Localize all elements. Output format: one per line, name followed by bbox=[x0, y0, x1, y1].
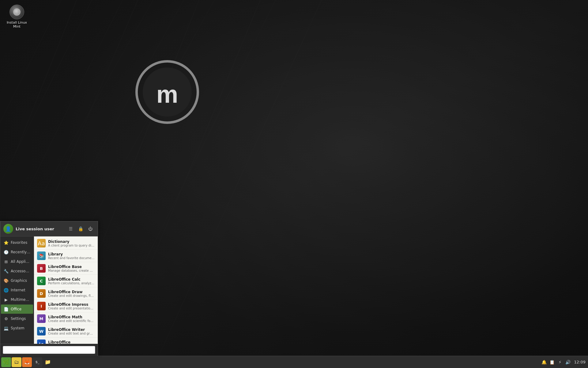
sidebar-item-multimedia[interactable]: ▶ Multimedia bbox=[1, 295, 33, 304]
app-libreoffice[interactable]: Lo LibreOffice The office productivity s… bbox=[34, 338, 98, 344]
libreoffice-impress-icon: I bbox=[37, 302, 46, 310]
volume-tray-icon[interactable]: 🔊 bbox=[565, 359, 571, 365]
clock: 12:09 bbox=[574, 360, 586, 364]
library-text: Library Recent and favorite documents bbox=[48, 252, 95, 260]
app-library[interactable]: 📚 Library Recent and favorite documents bbox=[34, 250, 98, 262]
accessories-label: Accessories bbox=[11, 269, 31, 273]
favorites-icon: ⭐ bbox=[3, 240, 9, 245]
favorites-label: Favorites bbox=[11, 240, 27, 245]
settings-label: Settings bbox=[11, 316, 26, 321]
libreoffice-math-desc: Create and edit scientific formulas and … bbox=[48, 319, 95, 323]
app-libreoffice-writer[interactable]: W LibreOffice Writer Create and edit tex… bbox=[34, 325, 98, 338]
svg-text:m: m bbox=[156, 81, 178, 108]
dictionary-icon: Aa bbox=[37, 239, 46, 247]
sidebar-item-recently-used[interactable]: 🕐 Recently Used bbox=[1, 247, 33, 257]
libreoffice-calc-name: LibreOffice Calc bbox=[48, 277, 95, 282]
dictionary-name: Dictionary bbox=[48, 240, 95, 244]
libreoffice-base-icon: B bbox=[37, 264, 46, 273]
libreoffice-math-name: LibreOffice Math bbox=[48, 315, 95, 319]
user-avatar: 👤 bbox=[3, 224, 13, 234]
search-input[interactable] bbox=[3, 346, 95, 354]
internet-icon: 🌐 bbox=[3, 287, 9, 293]
libreoffice-math-icon: M bbox=[37, 314, 46, 323]
notifications-tray-icon[interactable]: 🔔 bbox=[541, 359, 547, 365]
files-icon: 🗂 bbox=[14, 359, 19, 365]
disk-icon bbox=[9, 5, 24, 19]
libreoffice-base-text: LibreOffice Base Manage databases, creat… bbox=[48, 265, 95, 272]
start-menu-button[interactable]: 🌿 bbox=[1, 357, 11, 367]
sidebar-item-office[interactable]: 📄 Office bbox=[1, 305, 33, 314]
sidebar-item-favorites[interactable]: ⭐ Favorites bbox=[1, 238, 33, 247]
menu-header: 👤 Live session user ☰ 🔒 ⏻ bbox=[0, 221, 98, 236]
system-icon: 💻 bbox=[3, 325, 9, 331]
graphics-icon: 🎨 bbox=[3, 278, 9, 283]
office-label: Office bbox=[11, 307, 21, 311]
libreoffice-writer-icon: W bbox=[37, 327, 46, 335]
libreoffice-impress-desc: Create and edit presentations for slide.… bbox=[48, 307, 95, 310]
home-folder-button[interactable]: 📁 bbox=[43, 357, 53, 367]
sidebar-item-graphics[interactable]: 🎨 Graphics bbox=[1, 276, 33, 285]
file-manager-button[interactable]: ☰ bbox=[66, 224, 75, 233]
mint-logo: m bbox=[134, 58, 201, 126]
library-icon: 📚 bbox=[37, 251, 46, 260]
libreoffice-impress-name: LibreOffice Impress bbox=[48, 302, 95, 307]
system-label: System bbox=[11, 326, 24, 330]
app-libreoffice-math[interactable]: M LibreOffice Math Create and edit scien… bbox=[34, 312, 98, 325]
mint-logo-icon: 🌿 bbox=[3, 359, 9, 365]
sidebar-item-accessories[interactable]: 🔧 Accessories bbox=[1, 266, 33, 276]
firefox-button[interactable]: 🦊 bbox=[22, 357, 32, 367]
accessories-icon: 🔧 bbox=[3, 268, 9, 274]
multimedia-icon: ▶ bbox=[3, 297, 9, 302]
taskbar-left: 🌿 🗂 🦊 $_ 📁 bbox=[0, 357, 54, 367]
libreoffice-math-text: LibreOffice Math Create and edit scienti… bbox=[48, 315, 95, 323]
libreoffice-writer-name: LibreOffice Writer bbox=[48, 328, 95, 332]
menu-body: ⭐ Favorites 🕐 Recently Used ⊞ All Applic… bbox=[0, 236, 98, 344]
libreoffice-draw-text: LibreOffice Draw Create and edit drawing… bbox=[48, 290, 95, 297]
libreoffice-text: LibreOffice The office productivity suit… bbox=[48, 340, 95, 344]
search-bar bbox=[0, 344, 98, 356]
libreoffice-calc-icon: C bbox=[37, 277, 46, 285]
app-libreoffice-calc[interactable]: C LibreOffice Calc Perform calculations,… bbox=[34, 275, 98, 287]
clipboard-tray-icon[interactable]: 📋 bbox=[549, 359, 555, 365]
app-libreoffice-impress[interactable]: I LibreOffice Impress Create and edit pr… bbox=[34, 300, 98, 312]
libreoffice-draw-name: LibreOffice Draw bbox=[48, 290, 95, 294]
files-button[interactable]: 🗂 bbox=[12, 357, 21, 367]
app-dictionary[interactable]: Aa Dictionary A client program to query … bbox=[34, 237, 98, 250]
graphics-label: Graphics bbox=[11, 278, 27, 283]
start-menu: 👤 Live session user ☰ 🔒 ⏻ ⭐ Favorites 🕐 bbox=[0, 221, 98, 356]
install-linux-mint-icon[interactable]: Install Linux Mint bbox=[5, 5, 29, 29]
lock-button[interactable]: 🔒 bbox=[76, 224, 85, 233]
libreoffice-impress-text: LibreOffice Impress Create and edit pres… bbox=[48, 302, 95, 310]
terminal-button[interactable]: $_ bbox=[32, 357, 42, 367]
multimedia-label: Multimedia bbox=[11, 297, 31, 302]
libreoffice-writer-desc: Create and edit text and graphics in let… bbox=[48, 332, 95, 335]
libreoffice-draw-icon: D bbox=[37, 289, 46, 298]
sidebar-item-settings[interactable]: ⚙ Settings bbox=[1, 314, 33, 323]
dictionary-text: Dictionary A client program to query dif… bbox=[48, 240, 95, 247]
username-label: Live session user bbox=[16, 227, 64, 231]
folder-icon: 📁 bbox=[45, 359, 51, 365]
libreoffice-writer-text: LibreOffice Writer Create and edit text … bbox=[48, 328, 95, 335]
libreoffice-draw-desc: Create and edit drawings, flow charts a.… bbox=[48, 294, 95, 297]
app-libreoffice-base[interactable]: B LibreOffice Base Manage databases, cre… bbox=[34, 262, 98, 275]
avatar-icon: 👤 bbox=[5, 226, 11, 232]
all-apps-icon: ⊞ bbox=[3, 259, 9, 264]
desktop-icon-label: Install Linux Mint bbox=[5, 21, 29, 29]
firefox-icon: 🦊 bbox=[24, 359, 30, 365]
taskbar: 🌿 🗂 🦊 $_ 📁 🔔 📋 ⚡ 🔊 12:09 bbox=[0, 356, 588, 368]
file-manager-icon: ☰ bbox=[69, 226, 73, 231]
app-libreoffice-draw[interactable]: D LibreOffice Draw Create and edit drawi… bbox=[34, 287, 98, 300]
logout-button[interactable]: ⏻ bbox=[86, 224, 95, 233]
apps-list: Aa Dictionary A client program to query … bbox=[34, 236, 98, 344]
sidebar-item-internet[interactable]: 🌐 Internet bbox=[1, 286, 33, 295]
sidebar-item-system[interactable]: 💻 System bbox=[1, 324, 33, 333]
libreoffice-icon: Lo bbox=[37, 339, 46, 344]
lock-icon: 🔒 bbox=[78, 226, 83, 231]
taskbar-right: 🔔 📋 ⚡ 🔊 12:09 bbox=[539, 359, 588, 365]
library-name: Library bbox=[48, 252, 95, 256]
terminal-icon: $_ bbox=[35, 360, 39, 364]
power-tray-icon[interactable]: ⚡ bbox=[557, 359, 563, 365]
libreoffice-base-name: LibreOffice Base bbox=[48, 265, 95, 269]
sidebar-item-all-applications[interactable]: ⊞ All Applications bbox=[1, 257, 33, 266]
libreoffice-base-desc: Manage databases, create queries and ... bbox=[48, 269, 95, 272]
